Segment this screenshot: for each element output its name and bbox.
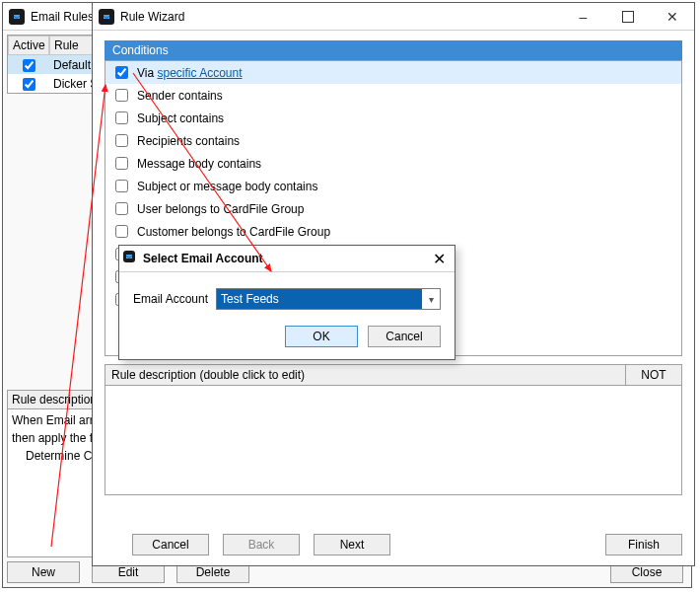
condition-checkbox[interactable] — [115, 180, 128, 192]
email-account-value: Test Feeds — [217, 289, 422, 309]
condition-checkbox[interactable] — [115, 89, 128, 102]
maximize-button[interactable] — [605, 3, 650, 30]
cancel-button[interactable]: Cancel — [368, 326, 441, 347]
condition-item[interactable]: Via specific Account — [105, 61, 681, 84]
finish-button[interactable]: Finish — [605, 534, 682, 555]
condition-item[interactable]: Subject contains — [105, 107, 681, 129]
condition-item[interactable]: Customer belongs to CardFile Group — [105, 220, 681, 243]
email-account-label: Email Account — [133, 292, 208, 306]
rule-description-body[interactable] — [105, 386, 682, 495]
conditions-header: Conditions — [105, 40, 682, 60]
condition-label: User belongs to CardFile Group — [137, 202, 304, 216]
condition-item[interactable]: Subject or message body contains — [105, 175, 681, 197]
condition-checkbox[interactable] — [115, 111, 128, 124]
condition-label: Customer belongs to CardFile Group — [137, 225, 330, 239]
condition-label: Sender contains — [137, 89, 223, 103]
dialog-titlebar: Select Email Account ✕ — [119, 246, 455, 271]
condition-checkbox[interactable] — [115, 66, 128, 79]
condition-checkbox[interactable] — [115, 225, 128, 238]
column-active[interactable]: Active — [8, 36, 49, 55]
rule-active-checkbox[interactable] — [23, 78, 35, 91]
condition-checkbox[interactable] — [115, 157, 128, 170]
rule-wizard-titlebar: Rule Wizard — [93, 3, 694, 31]
rule-active-checkbox[interactable] — [23, 59, 35, 72]
condition-label: Subject or message body contains — [137, 180, 317, 193]
condition-label: Subject contains — [137, 111, 224, 125]
app-icon — [9, 9, 25, 25]
app-icon — [123, 251, 139, 266]
condition-item[interactable]: User belongs to CardFile Group — [105, 197, 681, 220]
condition-checkbox[interactable] — [115, 202, 128, 215]
rule-wizard-title: Rule Wizard — [120, 10, 192, 24]
cancel-button[interactable]: Cancel — [132, 534, 209, 555]
condition-label: Via specific Account — [137, 66, 243, 80]
condition-label: Message body contains — [137, 157, 261, 171]
next-button[interactable]: Next — [314, 534, 390, 555]
condition-label: Recipients contains — [137, 134, 240, 148]
new-button[interactable]: New — [7, 561, 80, 583]
not-column-header: NOT — [626, 365, 681, 385]
condition-item[interactable]: Message body contains — [105, 152, 681, 175]
chevron-down-icon[interactable]: ▾ — [422, 294, 440, 305]
close-icon[interactable]: ✕ — [427, 250, 451, 268]
rule-description-header-row: Rule description (double click to edit) … — [105, 364, 682, 386]
email-account-combo[interactable]: Test Feeds ▾ — [216, 288, 441, 310]
app-icon — [99, 9, 114, 25]
back-button[interactable]: Back — [223, 534, 300, 555]
window-close-button[interactable] — [650, 3, 694, 30]
minimize-button[interactable] — [561, 3, 605, 30]
ok-button[interactable]: OK — [285, 326, 358, 347]
dialog-title: Select Email Account — [139, 252, 427, 265]
condition-item[interactable]: Recipients contains — [105, 129, 681, 152]
select-email-account-dialog: Select Email Account ✕ Email Account Tes… — [118, 245, 455, 360]
condition-item[interactable]: Sender contains — [105, 84, 681, 107]
condition-checkbox[interactable] — [115, 134, 128, 147]
rule-description-header: Rule description (double click to edit) — [105, 365, 626, 385]
